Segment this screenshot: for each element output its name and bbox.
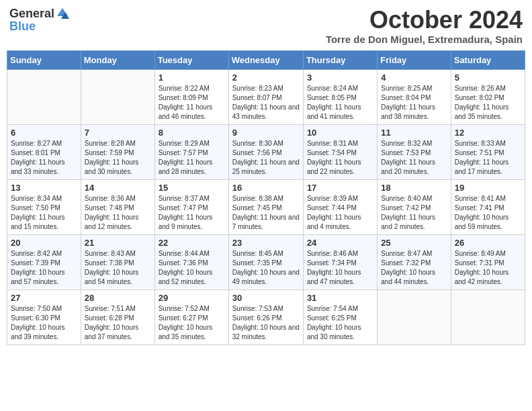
day-number: 29	[159, 293, 225, 303]
table-row	[81, 69, 154, 124]
day-detail: Sunrise: 8:22 AMSunset: 8:09 PMDaylight:…	[159, 85, 213, 120]
day-detail: Sunrise: 8:26 AMSunset: 8:02 PMDaylight:…	[455, 85, 509, 120]
calendar-table: Sunday Monday Tuesday Wednesday Thursday…	[7, 50, 525, 345]
day-detail: Sunrise: 7:54 AMSunset: 6:25 PMDaylight:…	[307, 305, 361, 340]
day-number: 31	[307, 293, 373, 303]
col-wednesday: Wednesday	[228, 50, 303, 69]
day-number: 14	[85, 183, 151, 193]
day-detail: Sunrise: 7:52 AMSunset: 6:27 PMDaylight:…	[159, 305, 213, 340]
day-number: 28	[85, 293, 151, 303]
day-detail: Sunrise: 8:49 AMSunset: 7:31 PMDaylight:…	[455, 250, 509, 285]
day-detail: Sunrise: 8:40 AMSunset: 7:42 PMDaylight:…	[381, 195, 435, 230]
day-detail: Sunrise: 7:51 AMSunset: 6:28 PMDaylight:…	[85, 305, 139, 340]
table-row: 24Sunrise: 8:46 AMSunset: 7:34 PMDayligh…	[303, 234, 377, 289]
table-row: 26Sunrise: 8:49 AMSunset: 7:31 PMDayligh…	[451, 234, 525, 289]
day-detail: Sunrise: 8:45 AMSunset: 7:35 PMDaylight:…	[232, 250, 300, 285]
day-number: 8	[159, 128, 225, 138]
table-row: 3Sunrise: 8:24 AMSunset: 8:05 PMDaylight…	[303, 69, 377, 124]
location-title: Torre de Don Miguel, Extremadura, Spain	[326, 34, 523, 45]
col-thursday: Thursday	[303, 50, 377, 69]
calendar-week-row: 20Sunrise: 8:42 AMSunset: 7:39 PMDayligh…	[7, 234, 525, 289]
day-number: 26	[455, 238, 521, 248]
day-number: 2	[232, 73, 300, 83]
day-number: 10	[307, 128, 373, 138]
table-row: 23Sunrise: 8:45 AMSunset: 7:35 PMDayligh…	[228, 234, 303, 289]
table-row: 12Sunrise: 8:33 AMSunset: 7:51 PMDayligh…	[451, 124, 525, 179]
day-detail: Sunrise: 8:24 AMSunset: 8:05 PMDaylight:…	[307, 85, 361, 120]
day-detail: Sunrise: 8:27 AMSunset: 8:01 PMDaylight:…	[11, 140, 65, 175]
day-number: 23	[232, 238, 300, 248]
logo-icon	[56, 7, 69, 20]
day-detail: Sunrise: 8:43 AMSunset: 7:38 PMDaylight:…	[85, 250, 139, 285]
calendar-week-row: 13Sunrise: 8:34 AMSunset: 7:50 PMDayligh…	[7, 179, 525, 234]
day-number: 25	[381, 238, 447, 248]
day-number: 24	[307, 238, 373, 248]
table-row: 9Sunrise: 8:30 AMSunset: 7:56 PMDaylight…	[228, 124, 303, 179]
day-detail: Sunrise: 8:32 AMSunset: 7:53 PMDaylight:…	[381, 140, 435, 175]
day-number: 6	[11, 128, 77, 138]
table-row: 15Sunrise: 8:37 AMSunset: 7:47 PMDayligh…	[154, 179, 228, 234]
day-detail: Sunrise: 8:46 AMSunset: 7:34 PMDaylight:…	[307, 250, 361, 285]
month-title: October 2024	[326, 7, 523, 34]
table-row: 27Sunrise: 7:50 AMSunset: 6:30 PMDayligh…	[7, 289, 81, 345]
day-number: 30	[232, 293, 300, 303]
day-detail: Sunrise: 8:44 AMSunset: 7:36 PMDaylight:…	[159, 250, 213, 285]
calendar-week-row: 6Sunrise: 8:27 AMSunset: 8:01 PMDaylight…	[7, 124, 525, 179]
day-detail: Sunrise: 8:42 AMSunset: 7:39 PMDaylight:…	[11, 250, 65, 285]
table-row: 14Sunrise: 8:36 AMSunset: 7:48 PMDayligh…	[81, 179, 154, 234]
table-row: 8Sunrise: 8:29 AMSunset: 7:57 PMDaylight…	[154, 124, 228, 179]
calendar-week-row: 1Sunrise: 8:22 AMSunset: 8:09 PMDaylight…	[7, 69, 525, 124]
day-detail: Sunrise: 8:31 AMSunset: 7:54 PMDaylight:…	[307, 140, 361, 175]
day-detail: Sunrise: 8:23 AMSunset: 8:07 PMDaylight:…	[232, 85, 300, 120]
table-row: 5Sunrise: 8:26 AMSunset: 8:02 PMDaylight…	[451, 69, 525, 124]
day-number: 20	[11, 238, 77, 248]
table-row: 10Sunrise: 8:31 AMSunset: 7:54 PMDayligh…	[303, 124, 377, 179]
table-row: 30Sunrise: 7:53 AMSunset: 6:26 PMDayligh…	[228, 289, 303, 345]
day-detail: Sunrise: 7:53 AMSunset: 6:26 PMDaylight:…	[232, 305, 300, 340]
table-row	[378, 289, 451, 345]
logo: General Blue	[9, 7, 69, 32]
table-row: 16Sunrise: 8:38 AMSunset: 7:45 PMDayligh…	[228, 179, 303, 234]
table-row: 21Sunrise: 8:43 AMSunset: 7:38 PMDayligh…	[81, 234, 154, 289]
table-row: 31Sunrise: 7:54 AMSunset: 6:25 PMDayligh…	[303, 289, 377, 345]
day-number: 1	[159, 73, 225, 83]
day-detail: Sunrise: 8:33 AMSunset: 7:51 PMDaylight:…	[455, 140, 509, 175]
day-number: 15	[159, 183, 225, 193]
day-number: 9	[232, 128, 300, 138]
table-row: 13Sunrise: 8:34 AMSunset: 7:50 PMDayligh…	[7, 179, 81, 234]
table-row: 20Sunrise: 8:42 AMSunset: 7:39 PMDayligh…	[7, 234, 81, 289]
table-row	[451, 289, 525, 345]
day-detail: Sunrise: 8:28 AMSunset: 7:59 PMDaylight:…	[85, 140, 139, 175]
title-block: October 2024 Torre de Don Miguel, Extrem…	[326, 7, 523, 45]
logo-blue: Blue	[9, 20, 69, 32]
table-row: 11Sunrise: 8:32 AMSunset: 7:53 PMDayligh…	[378, 124, 451, 179]
day-number: 3	[307, 73, 373, 83]
day-number: 18	[381, 183, 447, 193]
table-row: 18Sunrise: 8:40 AMSunset: 7:42 PMDayligh…	[378, 179, 451, 234]
day-detail: Sunrise: 7:50 AMSunset: 6:30 PMDaylight:…	[11, 305, 65, 340]
page-header: General Blue October 2024 Torre de Don M…	[7, 7, 525, 45]
col-saturday: Saturday	[451, 50, 525, 69]
calendar-week-row: 27Sunrise: 7:50 AMSunset: 6:30 PMDayligh…	[7, 289, 525, 345]
col-monday: Monday	[81, 50, 154, 69]
day-number: 22	[159, 238, 225, 248]
table-row: 7Sunrise: 8:28 AMSunset: 7:59 PMDaylight…	[81, 124, 154, 179]
col-tuesday: Tuesday	[154, 50, 228, 69]
day-detail: Sunrise: 8:38 AMSunset: 7:45 PMDaylight:…	[232, 195, 300, 230]
day-number: 7	[85, 128, 151, 138]
day-number: 12	[455, 128, 521, 138]
day-number: 4	[381, 73, 447, 83]
day-detail: Sunrise: 8:30 AMSunset: 7:56 PMDaylight:…	[232, 140, 300, 175]
day-detail: Sunrise: 8:25 AMSunset: 8:04 PMDaylight:…	[381, 85, 435, 120]
day-number: 27	[11, 293, 77, 303]
day-detail: Sunrise: 8:34 AMSunset: 7:50 PMDaylight:…	[11, 195, 65, 230]
day-number: 19	[455, 183, 521, 193]
col-friday: Friday	[378, 50, 451, 69]
table-row	[7, 69, 81, 124]
table-row: 25Sunrise: 8:47 AMSunset: 7:32 PMDayligh…	[378, 234, 451, 289]
day-number: 5	[455, 73, 521, 83]
col-sunday: Sunday	[7, 50, 81, 69]
day-detail: Sunrise: 8:39 AMSunset: 7:44 PMDaylight:…	[307, 195, 361, 230]
table-row: 4Sunrise: 8:25 AMSunset: 8:04 PMDaylight…	[378, 69, 451, 124]
table-row: 1Sunrise: 8:22 AMSunset: 8:09 PMDaylight…	[154, 69, 228, 124]
